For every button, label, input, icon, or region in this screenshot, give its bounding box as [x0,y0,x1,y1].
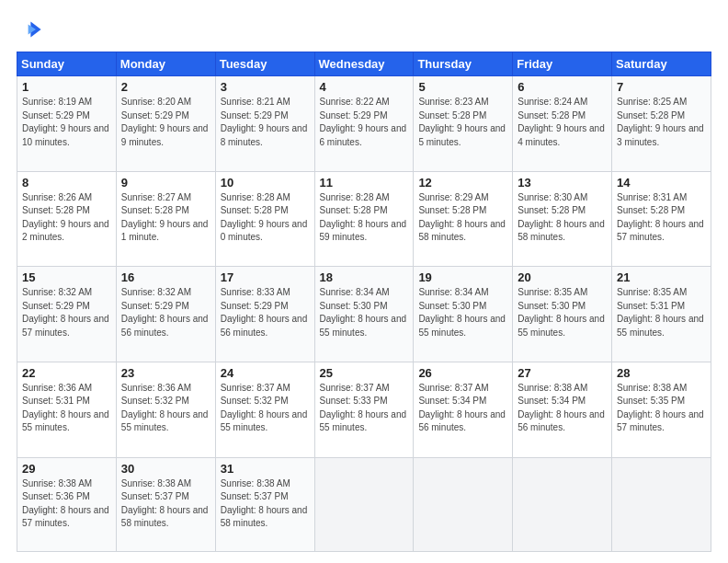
day-detail: Sunrise: 8:38 AMSunset: 5:37 PMDaylight:… [121,477,210,531]
day-detail: Sunrise: 8:28 AMSunset: 5:28 PMDaylight:… [320,191,409,245]
day-detail: Sunrise: 8:28 AMSunset: 5:28 PMDaylight:… [221,191,310,245]
calendar-cell: 3Sunrise: 8:21 AMSunset: 5:29 PMDaylight… [215,76,314,172]
day-detail: Sunrise: 8:31 AMSunset: 5:28 PMDaylight:… [617,191,706,245]
day-detail: Sunrise: 8:37 AMSunset: 5:34 PMDaylight:… [418,382,507,435]
calendar-row-2: 8Sunrise: 8:26 AMSunset: 5:28 PMDaylight… [17,171,711,267]
day-number: 2 [121,80,210,94]
day-detail: Sunrise: 8:33 AMSunset: 5:29 PMDaylight:… [221,286,310,339]
day-detail: Sunrise: 8:32 AMSunset: 5:29 PMDaylight:… [22,286,111,339]
calendar-table: SundayMondayTuesdayWednesdayThursdayFrid… [17,52,711,552]
calendar-cell: 4Sunrise: 8:22 AMSunset: 5:29 PMDaylight… [314,76,414,172]
calendar-cell: 30Sunrise: 8:38 AMSunset: 5:37 PMDayligh… [116,457,215,551]
day-number: 26 [418,366,507,380]
day-detail: Sunrise: 8:24 AMSunset: 5:28 PMDaylight:… [518,96,607,149]
day-detail: Sunrise: 8:34 AMSunset: 5:30 PMDaylight:… [418,286,507,339]
day-number: 16 [121,270,210,284]
col-header-friday: Friday [513,52,612,76]
calendar-cell: 10Sunrise: 8:28 AMSunset: 5:28 PMDayligh… [215,171,314,267]
day-number: 20 [518,270,607,284]
calendar-cell: 8Sunrise: 8:26 AMSunset: 5:28 PMDaylight… [17,171,117,267]
calendar-header-row: SundayMondayTuesdayWednesdayThursdayFrid… [17,52,711,76]
calendar-cell: 9Sunrise: 8:27 AMSunset: 5:28 PMDaylight… [116,171,215,267]
calendar-cell: 26Sunrise: 8:37 AMSunset: 5:34 PMDayligh… [414,362,513,457]
day-number: 4 [320,80,409,94]
header [17,17,711,42]
day-number: 31 [221,462,310,476]
day-detail: Sunrise: 8:36 AMSunset: 5:31 PMDaylight:… [22,382,111,435]
calendar-row-4: 22Sunrise: 8:36 AMSunset: 5:31 PMDayligh… [17,362,711,457]
calendar-cell: 22Sunrise: 8:36 AMSunset: 5:31 PMDayligh… [17,362,117,457]
calendar-cell: 13Sunrise: 8:30 AMSunset: 5:28 PMDayligh… [513,171,612,267]
day-number: 18 [320,270,409,284]
calendar-row-3: 15Sunrise: 8:32 AMSunset: 5:29 PMDayligh… [17,267,711,362]
day-number: 7 [617,80,706,94]
calendar-cell: 14Sunrise: 8:31 AMSunset: 5:28 PMDayligh… [612,171,711,267]
calendar-cell: 19Sunrise: 8:34 AMSunset: 5:30 PMDayligh… [414,267,513,362]
day-detail: Sunrise: 8:30 AMSunset: 5:28 PMDaylight:… [518,191,607,245]
day-number: 19 [418,270,507,284]
calendar-cell [513,457,612,551]
day-number: 30 [121,462,210,476]
day-detail: Sunrise: 8:37 AMSunset: 5:32 PMDaylight:… [221,382,310,435]
col-header-wednesday: Wednesday [314,52,414,76]
day-detail: Sunrise: 8:27 AMSunset: 5:28 PMDaylight:… [121,191,210,245]
logo [17,17,46,42]
day-detail: Sunrise: 8:37 AMSunset: 5:33 PMDaylight:… [320,382,409,435]
calendar-cell: 16Sunrise: 8:32 AMSunset: 5:29 PMDayligh… [116,267,215,362]
day-detail: Sunrise: 8:35 AMSunset: 5:31 PMDaylight:… [617,286,706,339]
day-number: 8 [22,176,111,190]
calendar-row-5: 29Sunrise: 8:38 AMSunset: 5:36 PMDayligh… [17,457,711,551]
calendar-cell [414,457,513,551]
day-detail: Sunrise: 8:38 AMSunset: 5:37 PMDaylight:… [221,477,310,531]
calendar-cell: 23Sunrise: 8:36 AMSunset: 5:32 PMDayligh… [116,362,215,457]
col-header-saturday: Saturday [612,52,711,76]
day-number: 14 [617,176,706,190]
day-detail: Sunrise: 8:38 AMSunset: 5:36 PMDaylight:… [22,477,111,531]
day-number: 1 [22,80,111,94]
day-detail: Sunrise: 8:38 AMSunset: 5:34 PMDaylight:… [518,382,607,435]
logo-icon [17,17,42,42]
day-number: 28 [617,366,706,380]
calendar-cell: 24Sunrise: 8:37 AMSunset: 5:32 PMDayligh… [215,362,314,457]
calendar-cell: 28Sunrise: 8:38 AMSunset: 5:35 PMDayligh… [612,362,711,457]
calendar-cell [612,457,711,551]
day-detail: Sunrise: 8:25 AMSunset: 5:28 PMDaylight:… [617,96,706,149]
calendar-cell: 21Sunrise: 8:35 AMSunset: 5:31 PMDayligh… [612,267,711,362]
day-number: 21 [617,270,706,284]
day-detail: Sunrise: 8:32 AMSunset: 5:29 PMDaylight:… [121,286,210,339]
day-detail: Sunrise: 8:36 AMSunset: 5:32 PMDaylight:… [121,382,210,435]
day-detail: Sunrise: 8:35 AMSunset: 5:30 PMDaylight:… [518,286,607,339]
calendar-cell: 20Sunrise: 8:35 AMSunset: 5:30 PMDayligh… [513,267,612,362]
day-number: 24 [221,366,310,380]
calendar-cell: 7Sunrise: 8:25 AMSunset: 5:28 PMDaylight… [612,76,711,172]
day-number: 15 [22,270,111,284]
day-detail: Sunrise: 8:29 AMSunset: 5:28 PMDaylight:… [418,191,507,245]
col-header-sunday: Sunday [17,52,117,76]
calendar-cell: 31Sunrise: 8:38 AMSunset: 5:37 PMDayligh… [215,457,314,551]
day-number: 10 [221,176,310,190]
day-detail: Sunrise: 8:26 AMSunset: 5:28 PMDaylight:… [22,191,111,245]
calendar-cell: 5Sunrise: 8:23 AMSunset: 5:28 PMDaylight… [414,76,513,172]
day-number: 12 [418,176,507,190]
day-number: 23 [121,366,210,380]
calendar-cell: 15Sunrise: 8:32 AMSunset: 5:29 PMDayligh… [17,267,117,362]
calendar-row-1: 1Sunrise: 8:19 AMSunset: 5:29 PMDaylight… [17,76,711,172]
calendar-cell: 2Sunrise: 8:20 AMSunset: 5:29 PMDaylight… [116,76,215,172]
day-number: 13 [518,176,607,190]
day-number: 17 [221,270,310,284]
day-number: 22 [22,366,111,380]
col-header-thursday: Thursday [414,52,513,76]
col-header-monday: Monday [116,52,215,76]
calendar-cell [314,457,414,551]
day-number: 3 [221,80,310,94]
day-detail: Sunrise: 8:34 AMSunset: 5:30 PMDaylight:… [320,286,409,339]
day-detail: Sunrise: 8:38 AMSunset: 5:35 PMDaylight:… [617,382,706,435]
day-detail: Sunrise: 8:19 AMSunset: 5:29 PMDaylight:… [22,96,111,149]
page: SundayMondayTuesdayWednesdayThursdayFrid… [0,0,728,563]
day-number: 11 [320,176,409,190]
day-number: 27 [518,366,607,380]
calendar-cell: 27Sunrise: 8:38 AMSunset: 5:34 PMDayligh… [513,362,612,457]
calendar-body: 1Sunrise: 8:19 AMSunset: 5:29 PMDaylight… [17,76,711,552]
day-number: 6 [518,80,607,94]
day-number: 29 [22,462,111,476]
